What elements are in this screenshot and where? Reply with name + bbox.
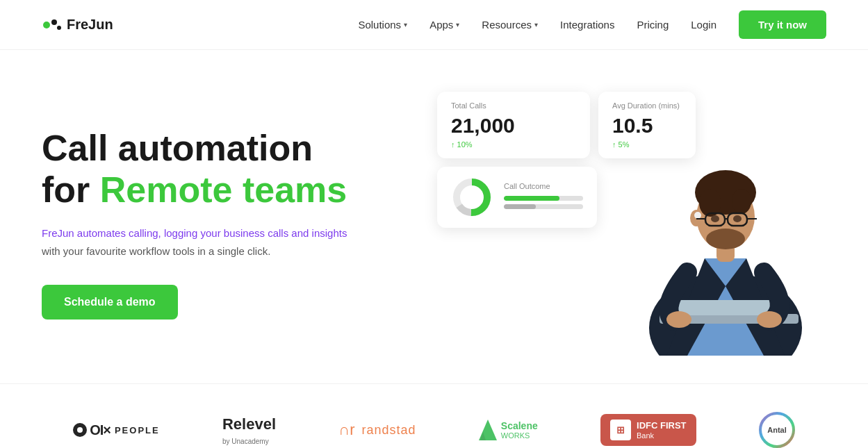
logo-icon: [42, 18, 61, 32]
brand-logo[interactable]: FreJun: [42, 17, 113, 33]
avg-duration-label: Avg Duration (mins): [612, 101, 682, 110]
chevron-down-icon: ▾: [456, 21, 459, 28]
outcome-bar-1: [504, 196, 583, 201]
nav-integrations[interactable]: Integrations: [560, 19, 614, 31]
avg-duration-delta: ↑ 5%: [612, 140, 682, 149]
outcome-details: Call Outcome: [504, 182, 583, 213]
total-calls-card: Total Calls 21,000 ↑ 10%: [437, 92, 590, 158]
svg-point-0: [43, 22, 50, 28]
hero-section: Call automation for Remote teams FreJun …: [0, 50, 868, 370]
avg-duration-card: Avg Duration (mins) 10.5 ↑ 5%: [598, 92, 696, 158]
svg-point-22: [711, 215, 719, 222]
chevron-down-icon: ▾: [534, 21, 538, 28]
outcome-fill-2: [504, 204, 536, 209]
partner-logos-strip: OI× PEOPLE Relevel by Unacademy ∩r rands…: [0, 383, 868, 448]
olx-people-text: PEOPLE: [115, 425, 160, 435]
svg-point-23: [733, 215, 742, 222]
nav-login[interactable]: Login: [691, 19, 716, 31]
nav-apps[interactable]: Apps ▾: [429, 19, 459, 31]
outcome-fill-1: [504, 196, 559, 201]
donut-chart: [451, 176, 493, 218]
call-outcome-card: Call Outcome: [437, 167, 597, 228]
avg-duration-value: 10.5: [612, 114, 682, 138]
chevron-down-icon: ▾: [404, 21, 407, 28]
hero-content: Call automation for Remote teams FreJun …: [42, 128, 361, 320]
nav-pricing[interactable]: Pricing: [637, 19, 669, 31]
total-calls-delta: ↑ 10%: [451, 140, 576, 149]
schedule-demo-button[interactable]: Schedule a demo: [42, 285, 178, 320]
dashboard-cards: Total Calls 21,000 ↑ 10% Avg Duration (m…: [437, 92, 696, 228]
hero-description: FreJun automates calling, logging your b…: [42, 224, 361, 260]
logo-idfc: ⊞ IDFC FIRST Bank: [600, 414, 696, 446]
logo-randstad: ∩r randstad: [338, 421, 416, 439]
total-calls-label: Total Calls: [451, 101, 576, 110]
outcome-bar-2: [504, 204, 583, 209]
hero-title: Call automation for Remote teams: [42, 128, 361, 211]
svg-point-1: [51, 19, 57, 25]
olx-circle-icon: [73, 423, 87, 437]
navbar: FreJun Solutions ▾ Apps ▾ Resources ▾ In…: [0, 0, 868, 50]
total-calls-value: 21,000: [451, 114, 576, 138]
svg-text:Antal: Antal: [767, 426, 787, 434]
idfc-icon: ⊞: [610, 420, 631, 440]
svg-point-2: [57, 26, 61, 30]
logo-scalene: Scalene WORKS: [479, 420, 538, 440]
svg-point-27: [666, 311, 691, 328]
try-now-button[interactable]: Try it now: [739, 10, 826, 39]
logo-relevel: Relevel by Unacademy: [222, 415, 276, 445]
nav-links: Solutions ▾ Apps ▾ Resources ▾ Integrati…: [358, 10, 826, 39]
logo-antal: Antal: [759, 412, 795, 448]
outcome-label: Call Outcome: [504, 182, 583, 190]
hero-visual: Total Calls 21,000 ↑ 10% Avg Duration (m…: [437, 92, 826, 356]
svg-point-24: [706, 229, 745, 249]
svg-point-14: [732, 189, 751, 214]
logo-olx-people: OI× PEOPLE: [73, 422, 160, 438]
brand-name: FreJun: [67, 17, 113, 33]
nav-solutions[interactable]: Solutions ▾: [358, 19, 407, 31]
nav-resources[interactable]: Resources ▾: [482, 19, 538, 31]
svg-point-28: [757, 311, 782, 328]
metrics-row: Total Calls 21,000 ↑ 10% Avg Duration (m…: [437, 92, 696, 158]
